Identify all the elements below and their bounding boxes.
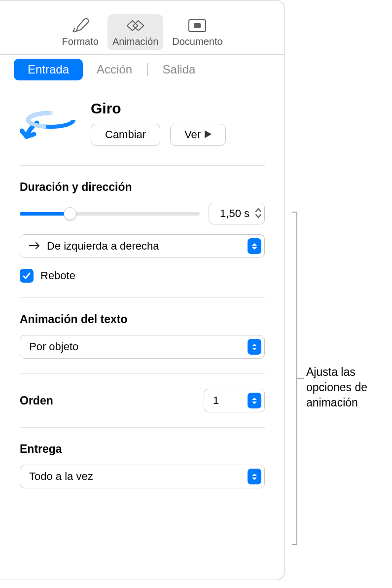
- animation-tab[interactable]: Animación: [107, 14, 163, 50]
- tab-build-in[interactable]: Entrada: [14, 59, 83, 80]
- effect-name: Giro: [91, 100, 265, 117]
- format-tab[interactable]: Formato: [57, 14, 103, 50]
- text-animation-popup[interactable]: Por objeto: [20, 335, 265, 359]
- duration-slider[interactable]: [20, 207, 200, 220]
- document-icon: [187, 17, 208, 34]
- popup-indicator-icon: [248, 339, 261, 355]
- bounce-checkbox[interactable]: [20, 269, 34, 283]
- order-title: Orden: [20, 394, 53, 407]
- change-button-label: Cambiar: [105, 128, 146, 141]
- stepper-arrows[interactable]: [254, 208, 264, 220]
- spin-preview-icon: [20, 103, 79, 147]
- text-animation-section: Animación del texto Por objeto: [20, 298, 265, 374]
- animation-subtabs: Entrada Acción Salida: [0, 55, 285, 80]
- duration-value: 1,50 s: [209, 207, 254, 220]
- animation-label: Animación: [112, 36, 158, 47]
- effect-controls: Giro Cambiar Ver: [91, 100, 265, 146]
- delivery-section: Entrega Todo a la vez: [20, 428, 265, 503]
- format-label: Formato: [62, 36, 98, 47]
- top-toolbar: Formato Animación Documento: [0, 0, 285, 55]
- tab-action[interactable]: Acción: [83, 59, 146, 80]
- effect-header: Giro Cambiar Ver: [20, 100, 265, 166]
- change-button[interactable]: Cambiar: [91, 124, 160, 146]
- order-section: Orden 1: [20, 374, 265, 428]
- play-icon: [205, 128, 212, 141]
- stepper-down-icon[interactable]: [255, 214, 261, 220]
- delivery-popup[interactable]: Todo a la vez: [20, 465, 265, 488]
- inspector-panel: Formato Animación Documento Entrada A: [0, 0, 285, 580]
- popup-indicator-icon: [248, 469, 261, 484]
- popup-indicator-icon: [248, 238, 261, 254]
- preview-button[interactable]: Ver: [170, 124, 226, 146]
- document-tab[interactable]: Documento: [167, 14, 227, 50]
- tab-build-out[interactable]: Salida: [149, 59, 210, 80]
- text-animation-title: Animación del texto: [20, 313, 265, 326]
- brush-icon: [70, 17, 91, 34]
- callout-text: Ajusta las opciones de animación: [306, 365, 390, 410]
- direction-popup[interactable]: De izquierda a derecha: [20, 234, 265, 258]
- delivery-value: Todo a la vez: [29, 470, 93, 483]
- duration-title: Duración y dirección: [20, 181, 265, 194]
- content-area: Giro Cambiar Ver Duración y dirección: [0, 80, 285, 503]
- popup-indicator-icon: [248, 393, 261, 408]
- arrow-right-icon: [29, 240, 41, 253]
- stepper-up-icon[interactable]: [255, 208, 261, 214]
- text-animation-value: Por objeto: [29, 340, 78, 353]
- divider: [147, 63, 148, 76]
- direction-value: De izquierda a derecha: [47, 240, 159, 253]
- callout-bracket: [286, 212, 297, 545]
- preview-button-label: Ver: [184, 128, 201, 141]
- order-popup[interactable]: 1: [204, 389, 265, 412]
- diamond-icon: [125, 17, 146, 34]
- svg-rect-1: [194, 24, 200, 28]
- duration-stepper[interactable]: 1,50 s: [209, 203, 265, 224]
- bounce-label: Rebote: [40, 269, 75, 282]
- delivery-title: Entrega: [20, 442, 265, 456]
- duration-section: Duración y dirección 1,50 s: [20, 166, 265, 298]
- callout-tick: [297, 378, 304, 379]
- order-value: 1: [213, 394, 219, 407]
- document-label: Documento: [172, 36, 222, 47]
